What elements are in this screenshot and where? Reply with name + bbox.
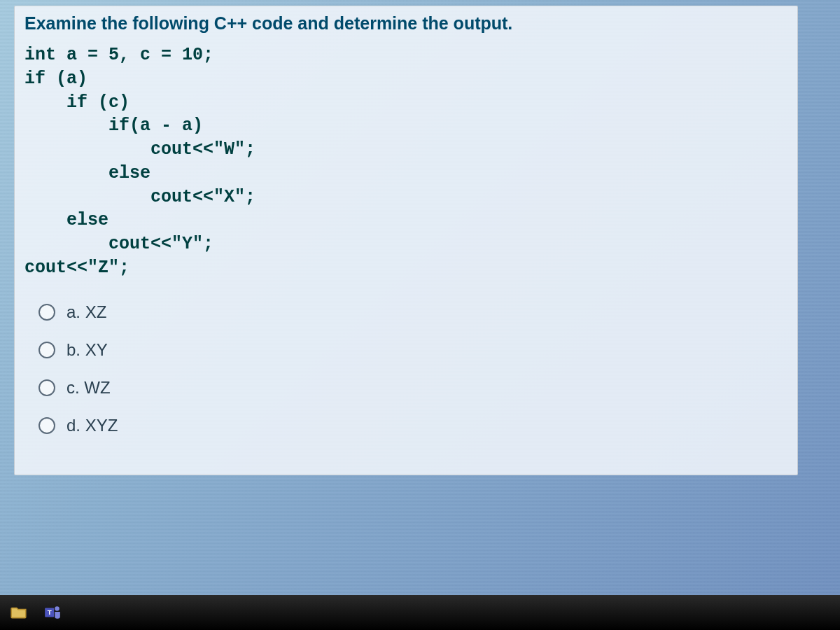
- radio-icon: [38, 417, 55, 434]
- options-group: a. XZ b. XY c. WZ d. XYZ: [15, 284, 797, 435]
- option-label: c. WZ: [66, 378, 111, 398]
- option-d[interactable]: d. XYZ: [38, 416, 783, 435]
- code-block: int a = 5, c = 10; if (a) if (c) if(a - …: [15, 38, 797, 284]
- question-card: Examine the following C++ code and deter…: [14, 6, 798, 475]
- file-explorer-icon[interactable]: [6, 599, 32, 626]
- screen: Examine the following C++ code and deter…: [0, 0, 840, 630]
- svg-text:T: T: [48, 608, 52, 616]
- svg-point-2: [55, 606, 59, 611]
- radio-icon: [38, 379, 55, 396]
- option-c[interactable]: c. WZ: [38, 378, 783, 398]
- option-b[interactable]: b. XY: [38, 340, 783, 360]
- option-label: d. XYZ: [66, 416, 118, 435]
- option-label: a. XZ: [66, 302, 106, 322]
- radio-icon: [38, 342, 55, 358]
- option-label: b. XY: [66, 340, 108, 360]
- option-a[interactable]: a. XZ: [38, 302, 783, 322]
- taskbar: T: [0, 595, 840, 630]
- question-prompt: Examine the following C++ code and deter…: [15, 6, 797, 38]
- teams-icon[interactable]: T: [39, 599, 66, 626]
- radio-icon: [38, 304, 55, 321]
